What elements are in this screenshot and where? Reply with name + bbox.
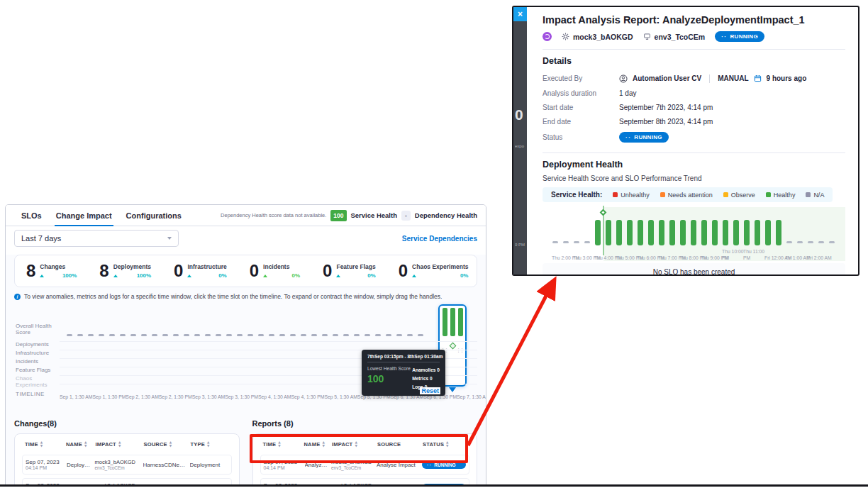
na-dash-mark <box>152 334 157 336</box>
tab-configurations[interactable]: Configurations <box>119 205 189 226</box>
trend-up-icon <box>113 274 118 277</box>
na-dash-mark <box>258 334 264 336</box>
health-bar <box>659 220 664 245</box>
service-health-score-badge: 100 <box>330 210 346 221</box>
time-range-select[interactable]: Last 7 days <box>14 230 179 247</box>
details-heading: Details <box>542 56 845 66</box>
detail-row-status: Status ··RUNNING <box>542 128 845 145</box>
divider <box>542 152 845 153</box>
na-dash-mark <box>279 334 285 336</box>
na-dash-mark <box>365 334 370 336</box>
trigger-type: MANUAL <box>718 74 748 82</box>
health-na-mark <box>829 241 835 243</box>
anomalies-icon <box>542 32 552 41</box>
drawer-overlay-strip: × 0 expo 0 PM <box>513 7 527 274</box>
na-dash-mark <box>88 334 94 336</box>
na-dash-mark <box>130 334 136 336</box>
status-badge: ··RUNNING <box>619 132 669 143</box>
window-bottom-border <box>0 484 868 487</box>
column-header-time[interactable]: TIME▲▼ <box>25 441 66 448</box>
na-dash-mark <box>343 334 349 336</box>
timeline-axis-label: Sep 7, 1:30 AM <box>457 394 486 399</box>
metrics-summary-card: 8Changes100%8Deployments100%0Infrastruct… <box>14 255 477 287</box>
service-health-panel: SLOsChange ImpactConfigurations Dependen… <box>5 204 486 485</box>
legend-item-unhealthy: Unhealthy <box>613 192 650 199</box>
start-date: September 7th 2023, 4:14 pm <box>619 104 713 111</box>
reset-link[interactable]: Reset <box>420 387 440 394</box>
sort-icon: ▲▼ <box>169 441 172 447</box>
timeline-row-label-overall-health-score: Overall Health Score <box>16 323 58 336</box>
gear-icon <box>562 33 569 40</box>
na-dash-mark <box>141 334 147 336</box>
timeline-row-label-incidents: Incidents <box>16 358 58 365</box>
timeline-row-label-feature-flags: Feature Flags <box>16 367 58 373</box>
health-bar <box>606 220 611 245</box>
trend-up-icon <box>412 274 416 277</box>
detail-row-end-date: End date September 8th 2023, 4:14 pm <box>542 114 845 128</box>
na-dash-mark <box>99 334 104 336</box>
sort-icon: ▲▼ <box>40 441 43 447</box>
tabs: SLOsChange ImpactConfigurations <box>14 205 189 226</box>
health-na-mark <box>584 241 590 243</box>
column-header-name[interactable]: NAME▲▼ <box>66 441 96 448</box>
metric-delta: 0% <box>367 272 376 279</box>
loading-dots-icon: ·· <box>721 33 727 40</box>
info-icon: i <box>14 294 21 300</box>
vertical-divider <box>709 74 710 83</box>
legend-item-needs-attention: Needs attention <box>660 192 713 199</box>
environment-name: env3_TcoCEm <box>655 33 706 41</box>
na-dash-mark <box>162 334 168 336</box>
executed-by-value: Automation User CV MANUAL 9 hours ago <box>619 74 806 83</box>
close-button[interactable]: × <box>513 7 527 21</box>
health-bar <box>733 220 739 245</box>
sort-icon: ▲▼ <box>355 441 357 447</box>
metric-label: Deployments <box>113 263 151 270</box>
detail-row-start-date: Start date September 7th 2023, 4:14 pm <box>542 100 845 114</box>
sort-icon: ▲▼ <box>278 441 281 447</box>
column-header-time[interactable]: TIME▲▼ <box>263 441 304 448</box>
chart-axis-label: Fri 2:00 AM <box>807 255 837 261</box>
table-row[interactable]: Sep 07, 202304:14 PMAnalyzeDeploymentIm.… <box>260 455 470 475</box>
legend-swatch <box>613 192 618 197</box>
status-text: RUNNING <box>730 33 758 40</box>
timeline-plot: ⋮⋮ ⋮⋮ 7thSep 03:15pm - 8thSep 01:30am Lo… <box>60 306 477 389</box>
health-na-mark <box>563 241 569 243</box>
column-header-impact[interactable]: IMPACT▲▼ <box>96 441 144 448</box>
column-header-name[interactable]: NAME▲▼ <box>304 441 333 448</box>
legend-item-n-a: N/A <box>806 192 824 199</box>
metric-value: 0 <box>399 262 408 279</box>
column-header-type[interactable]: TYPE▲▼ <box>191 441 229 448</box>
detail-row-duration: Analysis duration 1 day <box>542 86 845 100</box>
trend-up-icon <box>187 274 191 277</box>
column-header-impact[interactable]: IMPACT▲▼ <box>332 441 377 448</box>
tooltip-stat-metrics: Metrics 0 <box>412 375 440 383</box>
metric-label: Incidents <box>263 263 300 270</box>
na-dash-mark <box>194 334 200 336</box>
report-content: Impact Analysis Report: AnalyzeDeploymen… <box>527 7 858 274</box>
underlying-page-fragment: expo <box>515 144 524 148</box>
service-dependencies-link[interactable]: Service Dependencies <box>402 235 477 243</box>
filter-row: Last 7 days Service Dependencies <box>6 226 486 250</box>
health-bar <box>691 220 696 245</box>
health-na-mark <box>797 241 803 243</box>
divider <box>542 49 845 50</box>
table-row[interactable]: Sep 07, 202304:14 PMDeployment of mock3_… <box>22 455 232 475</box>
health-bar <box>712 220 718 245</box>
sort-icon: ▲▼ <box>322 441 325 447</box>
tab-change-impact[interactable]: Change Impact <box>49 205 119 226</box>
detail-row-executed-by: Executed By Automation User CV MANUAL 9 … <box>542 71 845 86</box>
na-dash-mark <box>237 334 243 336</box>
column-header-source[interactable]: SOURCE▲▼ <box>144 441 191 448</box>
change-timeline: Overall Health ScoreDeploymentsInfrastru… <box>6 306 486 404</box>
cell-name: Deployment of mock3_... <box>67 462 95 468</box>
metric-delta: 100% <box>137 272 151 279</box>
health-bar <box>638 220 643 245</box>
time-range-value: Last 7 days <box>21 234 61 243</box>
deployment-health-subtitle: Service Health Score and SLO Performance… <box>542 174 845 182</box>
tab-slos[interactable]: SLOs <box>14 205 49 226</box>
column-header-status[interactable]: STATUS▲▼ <box>423 441 467 448</box>
impact-analysis-drawer: × 0 expo 0 PM Impact Analysis Report: An… <box>512 6 859 276</box>
cell-name: AnalyzeDeploymentIm... <box>305 462 332 468</box>
health-score-cluster: Dependency Health score data not availab… <box>221 210 477 221</box>
metric-label: Feature Flags <box>336 263 375 270</box>
